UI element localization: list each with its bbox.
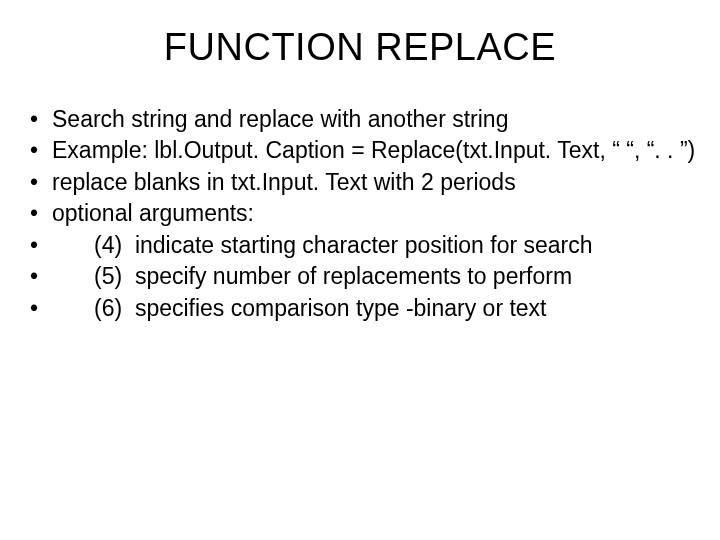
bullet-item: replace blanks in txt.Input. Text with 2… — [24, 168, 696, 197]
sub-bullet-item: (6) specifies comparison type -binary or… — [24, 294, 696, 323]
bullet-list: Search string and replace with another s… — [24, 105, 696, 229]
sub-bullet-item: (5) specify number of replacements to pe… — [24, 262, 696, 291]
slide-title: FUNCTION REPLACE — [24, 26, 696, 69]
sub-bullet-list: (4) indicate starting character position… — [24, 231, 696, 323]
bullet-item: Search string and replace with another s… — [24, 105, 696, 134]
slide: FUNCTION REPLACE Search string and repla… — [0, 0, 720, 540]
sub-bullet-item: (4) indicate starting character position… — [24, 231, 696, 260]
bullet-item: optional arguments: — [24, 199, 696, 228]
bullet-item: Example: lbl.Output. Caption = Replace(t… — [24, 136, 696, 165]
